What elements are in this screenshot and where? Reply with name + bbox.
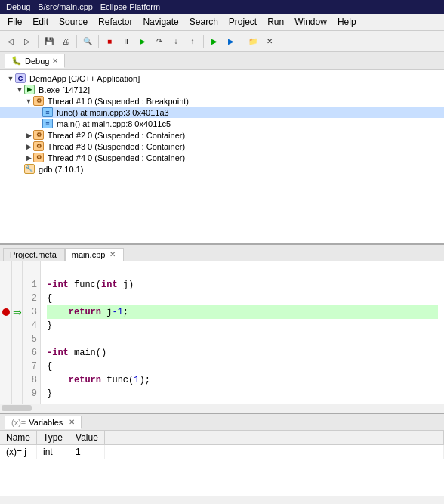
- variables-tab-icon: (x)=: [11, 418, 26, 427]
- scroll-thumb[interactable]: [2, 405, 32, 411]
- tree-item-thread2[interactable]: ▶ ⚙ Thread #2 0 (Suspended : Container): [0, 129, 444, 141]
- tab-main-cpp[interactable]: main.cpp ✕: [65, 248, 125, 261]
- menu-file[interactable]: File: [3, 15, 26, 29]
- tree-item-gdb[interactable]: ▶ 🔧 gdb (7.10.1): [0, 163, 444, 175]
- arrow-4: [12, 319, 22, 332]
- debug-tab-close[interactable]: ✕: [52, 57, 58, 65]
- num-1: 1: [134, 375, 139, 385]
- toolbar-sep1: [38, 35, 39, 48]
- frame2-label: main() at main.cpp:8 0x4011c5: [54, 119, 171, 128]
- current-line-arrow: ⇒: [13, 306, 22, 318]
- arrow-1: [12, 278, 22, 292]
- tab-project-meta[interactable]: Project.meta: [3, 248, 65, 261]
- toolbar-search-btn[interactable]: 🔍: [80, 34, 95, 49]
- menu-refactor[interactable]: Refactor: [94, 15, 137, 29]
- toolbar-close-btn[interactable]: ✕: [262, 34, 277, 49]
- toolbar-sep4: [203, 35, 204, 48]
- toolbar-back-btn[interactable]: ◁: [3, 34, 18, 49]
- line-num-empty: [26, 264, 37, 278]
- toolbar-resume-btn[interactable]: ▶: [135, 34, 150, 49]
- toolbar-step-return-btn[interactable]: ↑: [185, 34, 200, 49]
- variable-row-j[interactable]: (x)= j int 1: [0, 444, 444, 459]
- var-j-name: (x)= j: [0, 444, 37, 459]
- menu-run[interactable]: Run: [263, 15, 288, 29]
- line-num-9: 9: [26, 387, 37, 400]
- arrow-8: [12, 373, 22, 387]
- toolbar-sep3: [98, 35, 99, 48]
- kw-int-1: -int: [47, 280, 69, 290]
- thread3-icon: ⚙: [33, 141, 44, 151]
- project-meta-label: Project.meta: [10, 250, 57, 259]
- expand-arrow-thread2[interactable]: ▶: [24, 131, 33, 139]
- gutter-breakpoint[interactable]: [0, 305, 11, 319]
- code-line-2: {: [47, 292, 438, 305]
- toolbar-run-btn[interactable]: ▶: [224, 34, 239, 49]
- menu-help[interactable]: Help: [333, 15, 361, 29]
- editor-tabs: Project.meta main.cpp ✕: [0, 245, 444, 261]
- tree-item-frame2[interactable]: ▶ ≡ main() at main.cpp:8 0x4011c5: [0, 118, 444, 129]
- debug-panel-header: 🐛 Debug ✕: [0, 52, 444, 70]
- frame1-icon: ≡: [42, 107, 53, 117]
- line-num-6: 6: [26, 346, 37, 360]
- menu-source[interactable]: Source: [54, 15, 92, 29]
- col-name: Name: [0, 431, 37, 445]
- toolbar-debug-btn[interactable]: ▶: [207, 34, 222, 49]
- code-line-1: -int func(int j): [47, 278, 438, 292]
- menu-navigate[interactable]: Navigate: [138, 15, 183, 29]
- tree-item-thread4[interactable]: ▶ ⚙ Thread #4 0 (Suspended : Container): [0, 152, 444, 163]
- main-cpp-close-btn[interactable]: ✕: [109, 250, 116, 258]
- debug-tab-label: Debug: [25, 57, 49, 66]
- code-line-8: return func(1);: [47, 373, 438, 387]
- menu-bar: File Edit Source Refactor Navigate Searc…: [0, 14, 444, 31]
- toolbar-open-folder-btn[interactable]: 📁: [245, 34, 261, 49]
- thread4-icon: ⚙: [33, 153, 44, 162]
- toolbar-pause-btn[interactable]: ⏸: [119, 34, 134, 49]
- code-line-3: return j-1;: [47, 305, 438, 319]
- menu-window[interactable]: Window: [290, 15, 331, 29]
- expand-arrow-demoapp[interactable]: ▼: [6, 75, 15, 82]
- toolbar-save-btn[interactable]: 💾: [42, 34, 57, 49]
- kw-int-param: int: [101, 280, 118, 290]
- code-editor[interactable]: -int func(int j) { return j-1; } -int ma…: [41, 261, 444, 404]
- debug-tab-icon: 🐛: [11, 56, 22, 66]
- expand-arrow-thread4[interactable]: ▶: [24, 154, 33, 162]
- tree-item-frame1[interactable]: ▶ ≡ func() at main.cpp:3 0x4011a3: [0, 107, 444, 118]
- toolbar-step-over-btn[interactable]: ↷: [152, 34, 167, 49]
- editor-scrollbar[interactable]: [0, 404, 444, 413]
- tree-item-thread1[interactable]: ▼ ⚙ Thread #1 0 (Suspended : Breakpoint): [0, 95, 444, 107]
- col-value: Value: [69, 431, 105, 445]
- line-num-4: 4: [26, 319, 37, 332]
- expand-arrow-bexe[interactable]: ▼: [15, 86, 24, 94]
- variables-panel-header: (x)= Variables ✕: [0, 414, 444, 431]
- variables-tab[interactable]: (x)= Variables ✕: [5, 416, 82, 429]
- toolbar-forward-btn[interactable]: ▷: [20, 34, 35, 49]
- var-j-extra: [104, 444, 443, 459]
- gdb-label: gdb (7.10.1): [36, 165, 83, 174]
- menu-edit[interactable]: Edit: [28, 15, 53, 29]
- variables-tab-close[interactable]: ✕: [69, 418, 75, 426]
- expand-arrow-thread3[interactable]: ▶: [24, 143, 33, 150]
- gdb-icon: 🔧: [24, 164, 35, 174]
- code-line-blank: [47, 264, 438, 278]
- toolbar-sep2: [76, 35, 77, 48]
- tree-item-demoapp[interactable]: ▼ C DemoApp [C/C++ Application]: [0, 73, 444, 84]
- tree-item-thread3[interactable]: ▶ ⚙ Thread #3 0 (Suspended : Container): [0, 141, 444, 152]
- toolbar-print-btn[interactable]: 🖨: [58, 34, 73, 49]
- menu-search[interactable]: Search: [185, 15, 223, 29]
- debug-tree[interactable]: ▼ C DemoApp [C/C++ Application] ▼ ▶ B.ex…: [0, 70, 444, 243]
- line-num-3: 3: [26, 305, 37, 319]
- gutter-line-6: [0, 346, 11, 360]
- variables-table: Name Type Value (x)= j int 1: [0, 431, 444, 459]
- tree-item-bexe[interactable]: ▼ ▶ B.exe [14712]: [0, 84, 444, 95]
- kw-int-2: -int: [47, 348, 69, 358]
- toolbar-step-into-btn[interactable]: ↓: [168, 34, 183, 49]
- c-app-icon: C: [15, 73, 26, 83]
- variables-table-header-row: Name Type Value: [0, 431, 444, 445]
- debug-tab[interactable]: 🐛 Debug ✕: [5, 54, 65, 68]
- toolbar-stop-btn[interactable]: ■: [102, 34, 117, 49]
- expand-arrow-thread1[interactable]: ▼: [24, 97, 33, 105]
- breakpoint-indicator: [2, 308, 10, 316]
- menu-project[interactable]: Project: [224, 15, 261, 29]
- kw-return-1: return: [69, 307, 101, 317]
- code-line-5: [47, 332, 438, 346]
